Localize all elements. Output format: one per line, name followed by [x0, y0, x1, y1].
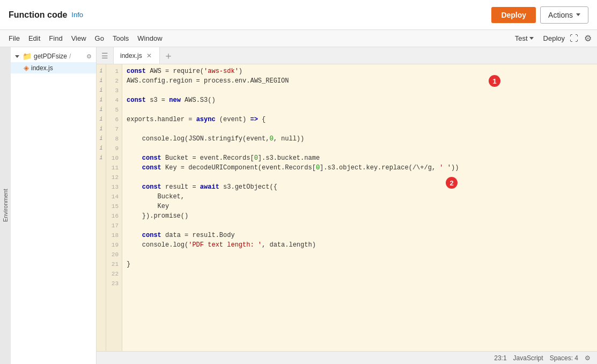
code-line: const data = result.Body	[127, 231, 593, 240]
code-line: }).promise()	[127, 211, 593, 221]
test-caret-icon	[529, 37, 534, 40]
code-line: console.log(JSON.stringify(event,0, null…	[127, 134, 593, 144]
tab-close-icon[interactable]: ✕	[145, 52, 153, 60]
menubar-center: Test Deploy	[511, 32, 569, 44]
status-gear-icon[interactable]: ⚙	[585, 354, 591, 362]
code-lines[interactable]: const AWS = require('aws-sdk')AWS.config…	[122, 64, 597, 351]
line-number: 21	[106, 259, 122, 269]
code-line: Key	[127, 202, 593, 211]
line-number: 4	[106, 95, 122, 105]
code-line	[127, 144, 593, 153]
code-line: const result = await s3.getObject({	[127, 182, 593, 192]
line-number: 2	[106, 76, 122, 86]
line-number: 19	[106, 240, 122, 250]
gutter-cell: i	[97, 134, 106, 144]
menu-file[interactable]: File	[4, 32, 24, 44]
gutter-cell: i	[97, 144, 106, 153]
cursor-position: 23:1	[494, 354, 506, 362]
line-number: 1	[106, 66, 122, 76]
gutter-cell: i	[97, 76, 106, 86]
code-line: }	[127, 259, 593, 269]
line-number: 18	[106, 231, 122, 240]
menu-edit[interactable]: Edit	[24, 32, 45, 44]
gear-icon[interactable]: ⚙	[583, 34, 593, 43]
page-title: Function code	[9, 10, 67, 20]
folder-icon: 📁	[23, 52, 32, 61]
code-editor[interactable]: iiiiiiiiii 12345678910111213141516171819…	[97, 64, 597, 351]
gutter-cell: i	[97, 153, 106, 163]
line-number: 12	[106, 173, 122, 182]
line-number: 5	[106, 105, 122, 115]
environment-label: Environment	[0, 47, 11, 364]
menu-tools[interactable]: Tools	[108, 32, 133, 44]
actions-button[interactable]: Actions	[540, 6, 588, 24]
line-number: 16	[106, 211, 122, 221]
menu-test[interactable]: Test	[511, 32, 538, 44]
menu-go[interactable]: Go	[91, 32, 108, 44]
line-number: 14	[106, 192, 122, 202]
code-line	[127, 86, 593, 95]
line-number: 7	[106, 124, 122, 134]
line-number: 6	[106, 115, 122, 124]
code-line: AWS.config.region = process.env.AWS_REGI…	[127, 76, 593, 86]
tree-file[interactable]: ◈ index.js	[11, 62, 96, 73]
code-line	[127, 279, 593, 288]
gutter-cell: i	[97, 86, 106, 95]
code-line	[127, 124, 593, 134]
deploy-button[interactable]: Deploy	[491, 7, 536, 23]
line-number: 11	[106, 163, 122, 173]
tab-bar: ☰ index.js ✕ ＋	[97, 47, 597, 64]
gutter-cell: i	[97, 105, 106, 115]
tab-label: index.js	[120, 52, 142, 60]
code-line: const Bucket = event.Records[0].s3.bucke…	[127, 153, 593, 163]
code-line: const AWS = require('aws-sdk')	[127, 66, 593, 76]
folder-actions[interactable]: ⚙	[86, 53, 92, 60]
menu-view[interactable]: View	[67, 32, 91, 44]
menu-find[interactable]: Find	[45, 32, 67, 44]
line-numbers: 1234567891011121314151617181920212223	[106, 64, 122, 351]
tab-list-icon: ☰	[97, 47, 114, 64]
line-number: 8	[106, 134, 122, 144]
file-tree: 📁 getPDFsize / ⚙ ◈ index.js	[11, 47, 97, 364]
code-line: const Key = decodeURIComponent(event.Rec…	[127, 163, 593, 173]
line-number: 20	[106, 250, 122, 259]
code-line	[127, 221, 593, 231]
code-line: const s3 = new AWS.S3()	[127, 95, 593, 105]
menu-deploy[interactable]: Deploy	[539, 32, 569, 44]
line-number: 22	[106, 269, 122, 279]
tab-index-js[interactable]: index.js ✕	[114, 47, 160, 64]
code-line	[127, 105, 593, 115]
tree-folder[interactable]: 📁 getPDFsize / ⚙	[11, 50, 96, 62]
chevron-down-icon	[15, 55, 19, 58]
code-line	[127, 250, 593, 259]
code-line: exports.handler = async (event) => {	[127, 115, 593, 124]
main-layout: Environment 📁 getPDFsize / ⚙ ◈ index.js …	[0, 47, 597, 364]
spaces-label: Spaces: 4	[550, 354, 578, 362]
menubar: File Edit Find View Go Tools Window Test…	[0, 30, 597, 47]
header-right: Deploy Actions	[491, 6, 588, 24]
gutter-cell: i	[97, 66, 106, 76]
fullscreen-icon[interactable]: ⛶	[569, 34, 579, 43]
gutter-info: iiiiiiiiii	[97, 64, 106, 351]
header: Function code Info Deploy Actions	[0, 0, 597, 30]
header-left: Function code Info	[9, 10, 83, 20]
line-number: 10	[106, 153, 122, 163]
status-bar: 23:1 JavaScript Spaces: 4 ⚙	[97, 351, 597, 364]
line-number: 9	[106, 144, 122, 153]
code-line: Bucket,	[127, 192, 593, 202]
code-line	[127, 269, 593, 279]
editor-area: ☰ index.js ✕ ＋ iiiiiiiiii 12345678910111…	[97, 47, 597, 364]
info-link[interactable]: Info	[71, 11, 83, 19]
gutter-cell: i	[97, 115, 106, 124]
menu-window[interactable]: Window	[133, 32, 166, 44]
line-number: 15	[106, 202, 122, 211]
file-icon: ◈	[24, 64, 29, 72]
code-line: console.log('PDF text length: ', data.le…	[127, 240, 593, 250]
code-line	[127, 173, 593, 182]
tab-add-button[interactable]: ＋	[160, 49, 177, 62]
gutter-cell: i	[97, 124, 106, 134]
line-number: 17	[106, 221, 122, 231]
line-number: 23	[106, 279, 122, 288]
actions-caret-icon	[576, 13, 580, 16]
line-number: 13	[106, 182, 122, 192]
